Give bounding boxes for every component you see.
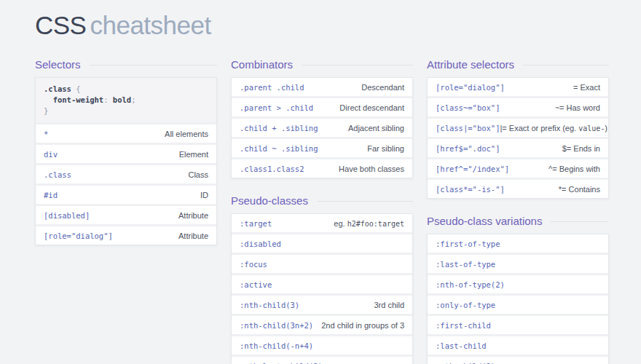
cheatsheet-row: :nth-child(3n+2) 2nd child in groups of … xyxy=(232,314,412,334)
cheatsheet-row: [href$=".doc"] $= Ends in xyxy=(428,137,608,157)
row-code: .parent > .child xyxy=(240,103,313,112)
cheatsheet-row: * All elements xyxy=(36,122,216,143)
section-heading-rule xyxy=(302,65,413,66)
section-heading-label: Selectors xyxy=(35,58,81,71)
cheatsheet-row: [class~="box"] ~= Has word xyxy=(428,96,608,116)
section: Pseudo-class variations :first-of-type :… xyxy=(427,215,609,364)
cheatsheet-row: .child ~ .sibling Far sibling xyxy=(232,137,412,157)
code-line: } xyxy=(44,106,208,116)
row-desc: ID xyxy=(200,191,208,199)
row-desc: 3rd child xyxy=(374,301,404,309)
title-primary: CSS xyxy=(35,11,86,39)
cheatsheet-row: :last-child xyxy=(428,334,608,355)
row-code: :active xyxy=(240,280,272,289)
cheatsheet-row: :nth-child(-n+4) xyxy=(232,334,412,355)
row-code: :nth-child(-n+4) xyxy=(240,341,313,350)
row-desc: |= Exact or prefix (eg. value-) xyxy=(500,124,608,132)
row-code: * xyxy=(44,130,48,138)
cheatsheet-row: :target eg. h2#foo:target xyxy=(232,214,412,232)
cheatsheet-row: :first-of-type xyxy=(428,234,608,253)
row-code: :nth-child(2) xyxy=(436,362,495,364)
cheatsheet-row: [class|="box"] |= Exact or prefix (eg. v… xyxy=(428,116,608,137)
row-code: :nth-of-type(2) xyxy=(436,280,505,289)
row-code: :last-child xyxy=(436,341,487,350)
section-heading: Pseudo-classes xyxy=(231,194,413,207)
section-heading-label: Pseudo-class variations xyxy=(427,215,542,228)
cheatsheet-row: [role="dialog"] = Exact xyxy=(428,78,608,96)
row-code: div xyxy=(44,150,58,159)
row-code: [href^="/index"] xyxy=(436,165,509,173)
title-secondary: cheatsheet xyxy=(90,11,211,39)
cheatsheet-row: [href^="/index"] ^= Begins with xyxy=(428,157,608,178)
row-desc: Attribute xyxy=(178,211,208,220)
section: Selectors .class { font-weight: bold;} *… xyxy=(35,58,217,245)
row-code: :first-child xyxy=(436,321,491,330)
cheatsheet-row: [disabled] Attribute xyxy=(36,204,216,224)
row-desc: Direct descendant xyxy=(339,103,404,112)
cheatsheet-row: :disabled xyxy=(232,232,412,253)
card: [role="dialog"] = Exact [class~="box"] ~… xyxy=(427,77,609,199)
cheatsheet-row: :active xyxy=(232,273,412,293)
row-code: :focus xyxy=(240,260,267,269)
card: .parent .child Descendant .parent > .chi… xyxy=(231,77,413,178)
cheatsheet-row: :nth-child(3) 3rd child xyxy=(232,293,412,314)
row-desc: Class xyxy=(188,170,208,179)
cheatsheet-row: #id ID xyxy=(36,183,216,204)
row-desc: Have both classes xyxy=(339,165,404,173)
section-heading: Selectors xyxy=(35,58,217,71)
cheatsheet-row: :focus xyxy=(232,253,412,273)
row-code: :target xyxy=(240,219,272,228)
row-code: [role="dialog"] xyxy=(44,232,113,240)
cheatsheet-row: .child + .sibling Adjacent sibling xyxy=(232,116,412,137)
row-desc: Attribute xyxy=(178,232,208,240)
row-code: :disabled xyxy=(240,240,281,248)
card: .class { font-weight: bold;} * All eleme… xyxy=(35,77,217,245)
card: :target eg. h2#foo:target :disabled :foc… xyxy=(231,213,413,364)
section: Pseudo-classes :target eg. h2#foo:target… xyxy=(231,194,413,364)
cheatsheet-row: :nth-last-child(2) xyxy=(232,355,412,364)
cheatsheet-row: [role="dialog"] Attribute xyxy=(36,224,216,245)
section-heading-label: Combinators xyxy=(231,58,293,71)
row-code: :nth-child(3n+2) xyxy=(240,321,313,330)
cheatsheet-row: :only-of-type xyxy=(428,293,608,314)
row-code: .class1.class2 xyxy=(240,165,304,173)
code-line: .class { xyxy=(44,84,208,95)
row-code: .class xyxy=(44,170,71,179)
section-heading-rule xyxy=(90,65,217,66)
row-desc: Element xyxy=(179,150,208,159)
section-heading-rule xyxy=(523,65,609,66)
code-line: font-weight: bold; xyxy=(44,95,208,106)
row-desc: Adjacent sibling xyxy=(348,124,404,132)
row-desc: 2nd child in groups of 3 xyxy=(321,321,404,330)
row-code: .child ~ .sibling xyxy=(240,144,318,153)
page-title: CSScheatsheet xyxy=(35,0,609,41)
row-desc: $= Ends in xyxy=(562,144,600,153)
column: Selectors .class { font-weight: bold;} *… xyxy=(35,58,217,364)
row-code: :only-of-type xyxy=(436,301,495,309)
section: Attribute selectors [role="dialog"] = Ex… xyxy=(427,58,609,199)
row-desc: All elements xyxy=(165,130,208,138)
row-desc: = Exact xyxy=(573,83,600,92)
row-code: :nth-child(3) xyxy=(240,301,299,309)
row-desc: Far sibling xyxy=(367,144,404,153)
row-desc: *= Contains xyxy=(559,185,600,194)
row-desc: eg. h2#foo:target xyxy=(334,219,404,228)
cheatsheet-row: .class1.class2 Have both classes xyxy=(232,157,412,178)
row-code: [role="dialog"] xyxy=(436,83,505,92)
row-code: :nth-last-child(2) xyxy=(240,362,323,364)
section-heading: Combinators xyxy=(231,58,413,71)
cheatsheet-row: div Element xyxy=(36,143,216,163)
section-heading-rule xyxy=(317,201,413,202)
row-code: [class|="box"] xyxy=(436,124,500,132)
row-code: :last-of-type xyxy=(436,260,495,269)
cheatsheet-row: .parent .child Descendant xyxy=(232,78,412,96)
columns: Selectors .class { font-weight: bold;} *… xyxy=(35,58,609,364)
cheatsheet-row: .class Class xyxy=(36,163,216,183)
row-code: [href$=".doc"] xyxy=(436,144,500,153)
row-code: .parent .child xyxy=(240,83,304,92)
section-heading-label: Attribute selectors xyxy=(427,58,514,71)
card: :first-of-type :last-of-type :nth-of-typ… xyxy=(427,234,609,364)
cheatsheet-row: :nth-child(2) xyxy=(428,355,608,364)
code-example: .class { font-weight: bold;} xyxy=(36,78,216,122)
row-code: [class~="box"] xyxy=(436,103,500,112)
